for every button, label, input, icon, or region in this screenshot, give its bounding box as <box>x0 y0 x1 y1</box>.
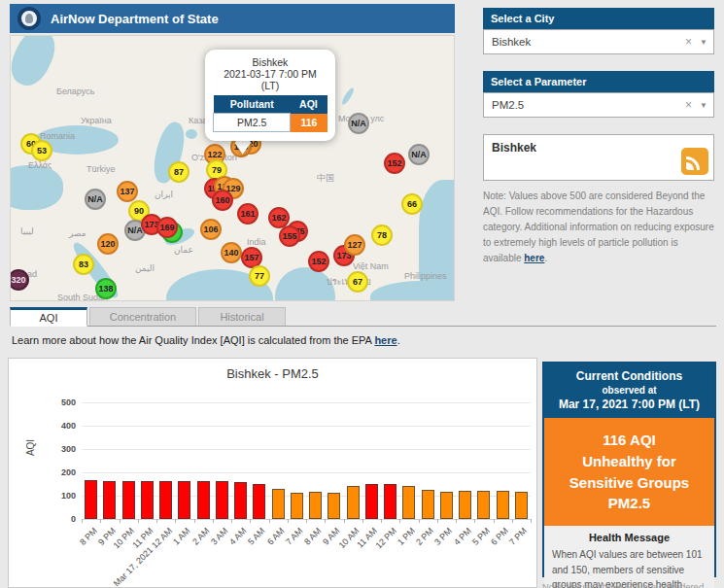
map-country-label: ليبيا <box>20 226 34 236</box>
x-tick <box>362 519 363 523</box>
cc-observed-at: observed at <box>548 385 710 396</box>
x-tick <box>120 519 121 523</box>
x-tick-label-text: 8 AM <box>302 526 324 547</box>
aqi-marker[interactable]: 140 <box>221 242 242 263</box>
aqi-marker[interactable]: N/A <box>408 144 430 165</box>
aqi-bar <box>103 481 116 519</box>
aqi-marker[interactable]: 155 <box>279 225 300 247</box>
x-tick-label-text: 1 AM <box>171 526 192 547</box>
water-shape <box>370 281 455 301</box>
x-tick-label-text: 7 AM <box>284 526 305 547</box>
aqi-marker[interactable]: 152 <box>384 153 405 174</box>
x-tick <box>82 519 83 523</box>
cc-aqi-value: 116 AQI <box>550 430 708 451</box>
aqi-marker[interactable]: 127 <box>344 234 365 256</box>
x-tick <box>344 519 345 523</box>
aqi-bar <box>122 481 135 519</box>
current-conditions-panel: Current Conditions observed at Mar 17, 2… <box>542 362 716 577</box>
clear-icon[interactable]: × <box>685 98 692 112</box>
aqi-bar <box>402 486 415 519</box>
aqi-bar <box>515 492 528 519</box>
aqi-marker[interactable]: 320 <box>10 269 29 291</box>
chart-plot: 01002003004005008 PM9 PM10 PM11 PMMar 17… <box>82 359 531 582</box>
learn-more-body: Learn more about how the Air Quality Ind… <box>12 334 374 346</box>
aqi-bar <box>216 481 228 519</box>
aqi-marker[interactable]: 120 <box>97 233 119 255</box>
y-tick-label: 0 <box>43 514 76 524</box>
map-country-label: India <box>247 237 266 247</box>
aqi-bar <box>328 493 340 519</box>
aqi-marker[interactable]: 66 <box>401 193 423 215</box>
x-tick <box>512 519 513 523</box>
select-parameter-header: Select a Parameter <box>483 71 714 92</box>
city-select[interactable]: Bishkek × ▼ <box>483 29 714 54</box>
popup-aqi-value: 116 <box>291 114 328 132</box>
x-tick-label-text: 7 PM <box>507 526 529 547</box>
chevron-down-icon[interactable]: ▼ <box>700 101 707 110</box>
popup-city: Bishkek <box>211 56 329 68</box>
map-country-label: ايران <box>155 190 173 199</box>
aqi-marker[interactable]: 53 <box>31 140 52 161</box>
chart-panel: Bishkek - PM2.5 AQI 01002003004005008 PM… <box>8 358 537 588</box>
aqi-bar <box>347 486 360 519</box>
learn-more-period: . <box>397 334 400 346</box>
aqi-bar <box>422 490 434 519</box>
map-country-label: Україна <box>81 116 112 125</box>
water-shape <box>10 165 63 210</box>
x-tick <box>269 519 270 523</box>
aqi-bar <box>178 481 190 519</box>
aqi-marker[interactable]: 83 <box>73 254 94 275</box>
x-tick-label-text: 1 PM <box>396 526 417 547</box>
x-tick <box>399 519 400 523</box>
aqi-marker[interactable]: 160 <box>212 190 233 211</box>
clear-icon[interactable]: × <box>685 35 692 49</box>
x-tick <box>494 519 495 523</box>
x-tick <box>175 519 176 523</box>
sidebar-note: Note: Values above 500 are considered Be… <box>483 189 714 266</box>
cc-health-block: Health Message When AQI values are betwe… <box>544 526 714 588</box>
tab-historical[interactable]: Historical <box>198 307 286 327</box>
aqi-marker[interactable]: 138 <box>95 278 117 299</box>
aqi-map[interactable]: БеларусьУкраїнаКазахстанRomaniaΕλλάςTürk… <box>10 35 455 301</box>
cc-title: Current Conditions <box>548 369 710 383</box>
aqi-marker[interactable]: 78 <box>371 225 393 246</box>
health-message-title: Health Message <box>552 532 707 543</box>
water-shape <box>340 86 356 106</box>
x-tick-label-text: 2 AM <box>190 526 212 547</box>
aqi-marker[interactable]: 161 <box>237 203 259 225</box>
aqi-marker[interactable]: 152 <box>308 251 329 272</box>
aqi-marker[interactable]: N/A <box>348 113 369 134</box>
parameter-select[interactable]: PM2.5 × ▼ <box>483 92 714 118</box>
aqi-marker[interactable]: 106 <box>200 219 222 240</box>
gridline <box>82 472 531 473</box>
aqi-marker[interactable]: 77 <box>249 265 270 287</box>
city-select-value: Bishkek <box>492 36 685 48</box>
chevron-down-icon[interactable]: ▼ <box>700 38 707 47</box>
x-tick <box>231 519 232 523</box>
x-tick <box>456 519 457 523</box>
aqi-marker[interactable]: 87 <box>168 161 190 183</box>
learn-more-here-link[interactable]: here <box>374 334 396 346</box>
x-tick <box>194 519 195 523</box>
x-tick-label-text: 4 AM <box>227 526 249 547</box>
aqi-marker[interactable]: 137 <box>117 181 138 202</box>
rss-box: Bishkek <box>483 134 714 181</box>
aqi-bar <box>440 492 453 519</box>
water-shape <box>10 35 62 91</box>
aqi-marker[interactable]: N/A <box>85 189 106 210</box>
tab-concentration[interactable]: Concentration <box>89 307 196 327</box>
x-tick-label-text: 8 PM <box>78 526 99 547</box>
note-here-link[interactable]: here <box>524 253 544 263</box>
y-tick-label: 100 <box>43 491 76 501</box>
bottom-truncated-note: Note: Values above 500 are considered Be… <box>542 581 717 588</box>
rss-icon[interactable] <box>681 148 708 175</box>
aqi-marker[interactable]: 169 <box>156 217 178 238</box>
x-tick <box>419 519 420 523</box>
y-axis-title: AQI <box>25 439 36 456</box>
x-tick <box>138 519 139 523</box>
tab-aqi[interactable]: AQI <box>10 307 87 327</box>
x-tick-label-text: 12 PM <box>373 526 397 550</box>
gridline <box>82 402 531 403</box>
aqi-marker[interactable]: 67 <box>347 271 368 293</box>
map-country-label: Romania <box>40 131 75 141</box>
